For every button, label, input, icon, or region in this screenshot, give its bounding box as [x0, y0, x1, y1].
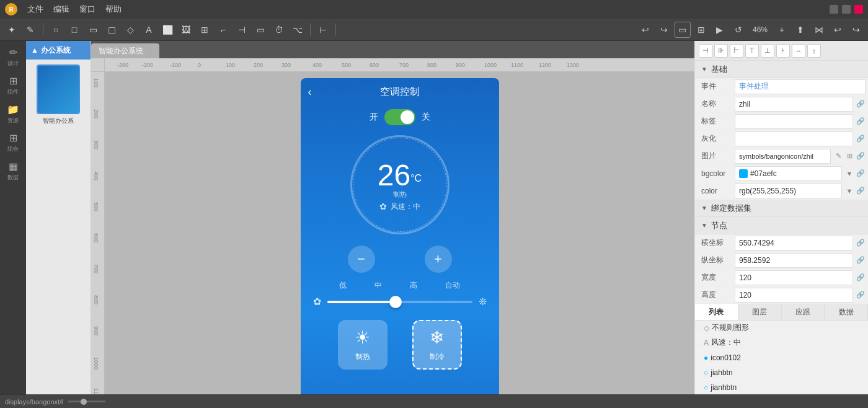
- bind-section-header[interactable]: ▼ 绑定数据集: [695, 200, 868, 217]
- zoom-slider-track[interactable]: [68, 401, 105, 402]
- menu-edit[interactable]: 编辑: [53, 4, 69, 15]
- tree-item-jiahbtn[interactable]: ○ jiahbtn: [695, 365, 868, 380]
- sidebar-item-combine[interactable]: ⊞ 组合: [2, 129, 24, 156]
- event-value[interactable]: 事件处理: [735, 79, 866, 94]
- history-undo[interactable]: ↩: [830, 22, 846, 38]
- gray-value[interactable]: [735, 131, 853, 146]
- bgcolor-link-icon[interactable]: 🔗: [856, 169, 866, 179]
- tag-value[interactable]: [735, 114, 853, 129]
- bgcolor-value[interactable]: #07aefc: [735, 166, 842, 181]
- align-center-v[interactable]: ⊥: [761, 44, 774, 58]
- tree-item-icon0102a[interactable]: ● icon0102: [695, 350, 868, 365]
- dist-v[interactable]: ↕: [807, 44, 821, 58]
- refresh-button[interactable]: ↺: [730, 22, 746, 38]
- align-left[interactable]: ⊣: [699, 44, 712, 58]
- align-bottom[interactable]: ⊦: [776, 44, 790, 58]
- ac-back-button[interactable]: ‹: [308, 86, 312, 99]
- ac-temperature-dial[interactable]: 26°C 制热 ✿ 风速：中: [350, 135, 450, 234]
- zoom-slider-thumb[interactable]: [81, 399, 87, 405]
- image-value[interactable]: symbols/bangonicon/zhil: [735, 149, 831, 164]
- text-tool[interactable]: A: [141, 22, 157, 38]
- zoom-fit[interactable]: +: [774, 22, 790, 38]
- rect-tool[interactable]: □: [66, 22, 82, 38]
- minimize-button[interactable]: [830, 5, 838, 14]
- round-rect-tool[interactable]: ▢: [104, 22, 120, 38]
- menu-help[interactable]: 帮助: [105, 4, 122, 15]
- tag-link-icon[interactable]: 🔗: [856, 117, 866, 126]
- pipe-tool[interactable]: ⊣: [234, 22, 250, 38]
- height-link-icon[interactable]: 🔗: [856, 290, 866, 300]
- menu-file[interactable]: 文件: [27, 4, 43, 15]
- monitor-tool[interactable]: ⬜: [159, 22, 175, 38]
- width-value[interactable]: 120: [735, 270, 853, 285]
- ac-increase-button[interactable]: +: [425, 246, 452, 273]
- sidebar-item-resources[interactable]: 📁 资源: [2, 100, 24, 128]
- rect2-tool[interactable]: ▭: [85, 22, 101, 38]
- ac-power-toggle[interactable]: [384, 109, 415, 125]
- grid-toggle[interactable]: ⊞: [693, 22, 709, 38]
- image-tool[interactable]: 🖼: [178, 22, 194, 38]
- history-redo[interactable]: ↪: [848, 22, 864, 38]
- preview-play[interactable]: ▶: [712, 22, 728, 38]
- basic-section-header[interactable]: ▼ 基础: [695, 61, 868, 78]
- sidebar-item-data[interactable]: ▦ 数据: [2, 157, 24, 185]
- redo-button[interactable]: ↪: [656, 22, 672, 38]
- bgcolor-dropdown[interactable]: ▼: [844, 169, 854, 179]
- tab-data[interactable]: 数据: [825, 304, 868, 320]
- ac-decrease-button[interactable]: −: [348, 246, 375, 273]
- canvas-main[interactable]: ‹ 空调控制 开 关: [105, 72, 694, 394]
- ac-heat-button[interactable]: ☀ 制热: [338, 320, 388, 370]
- ac-slider-thumb[interactable]: [389, 296, 402, 308]
- width-link-icon[interactable]: 🔗: [856, 273, 866, 283]
- frame-toggle[interactable]: ▭: [675, 22, 691, 38]
- align-tool[interactable]: ⊢: [315, 22, 331, 38]
- tree-item-irregular[interactable]: ◇ 不规则图形: [695, 321, 868, 335]
- image-link-icon[interactable]: 🔗: [856, 151, 866, 161]
- color-link-icon[interactable]: 🔗: [856, 186, 866, 196]
- x-link-icon[interactable]: 🔗: [856, 238, 866, 248]
- tab-list[interactable]: 列表: [695, 304, 738, 320]
- tree-item-jianhbtn[interactable]: ○ jianhbtn: [695, 380, 868, 394]
- image-edit-icon[interactable]: ✎: [833, 151, 843, 161]
- canvas-tab-close[interactable]: ✕: [147, 48, 152, 55]
- color-value[interactable]: rgb(255,255,255): [735, 184, 842, 198]
- clock-tool[interactable]: ⏱: [271, 22, 287, 38]
- sidebar-item-design[interactable]: ✏ 设计: [2, 43, 24, 71]
- table-tool[interactable]: ⊞: [197, 22, 213, 38]
- connector-tool[interactable]: ⌐: [215, 22, 231, 38]
- image-align-icon[interactable]: ⊞: [844, 151, 854, 161]
- select-tool[interactable]: ✦: [4, 22, 20, 38]
- name-value[interactable]: zhil: [735, 97, 853, 112]
- circle-tool[interactable]: ○: [48, 22, 64, 38]
- ac-cool-button[interactable]: ❄ 制冷: [412, 320, 462, 370]
- tab-follow[interactable]: 应跟: [782, 304, 825, 320]
- tree-item-wind[interactable]: A 风速：中: [695, 335, 868, 350]
- special-tool[interactable]: ⌥: [290, 22, 306, 38]
- y-value[interactable]: 958.2592: [735, 253, 853, 268]
- tab-layer[interactable]: 图层: [738, 304, 782, 320]
- diamond-tool[interactable]: ◇: [122, 22, 138, 38]
- align-center-h[interactable]: ⊪: [714, 44, 728, 58]
- page-item-0[interactable]: 智能办公系: [26, 60, 91, 130]
- gray-link-icon[interactable]: 🔗: [856, 134, 866, 144]
- pencil-tool[interactable]: ✎: [22, 22, 38, 38]
- link-icon[interactable]: 🔗: [856, 99, 866, 109]
- sidebar-item-components[interactable]: ⊞ 组件: [2, 72, 24, 99]
- ac-slider-track[interactable]: [327, 301, 472, 303]
- align-right[interactable]: ⊢: [730, 44, 743, 58]
- undo-button[interactable]: ↩: [637, 22, 653, 38]
- align-top[interactable]: ⊤: [745, 44, 759, 58]
- maximize-button[interactable]: [842, 5, 851, 14]
- menu-window[interactable]: 窗口: [79, 4, 95, 15]
- publish-button[interactable]: ⬆: [792, 22, 808, 38]
- y-link-icon[interactable]: 🔗: [856, 255, 866, 265]
- close-button[interactable]: [854, 5, 863, 14]
- dist-h[interactable]: ↔: [792, 44, 805, 58]
- share-button[interactable]: ⋈: [811, 22, 827, 38]
- height-value[interactable]: 120: [735, 288, 853, 303]
- color-dropdown[interactable]: ▼: [844, 186, 854, 196]
- node-section-header[interactable]: ▼ 节点: [695, 217, 868, 234]
- x-value[interactable]: 550.74294: [735, 236, 853, 251]
- input-tool[interactable]: ▭: [252, 22, 268, 38]
- canvas-tab-0[interactable]: 智能办公系统 ✕: [91, 43, 159, 58]
